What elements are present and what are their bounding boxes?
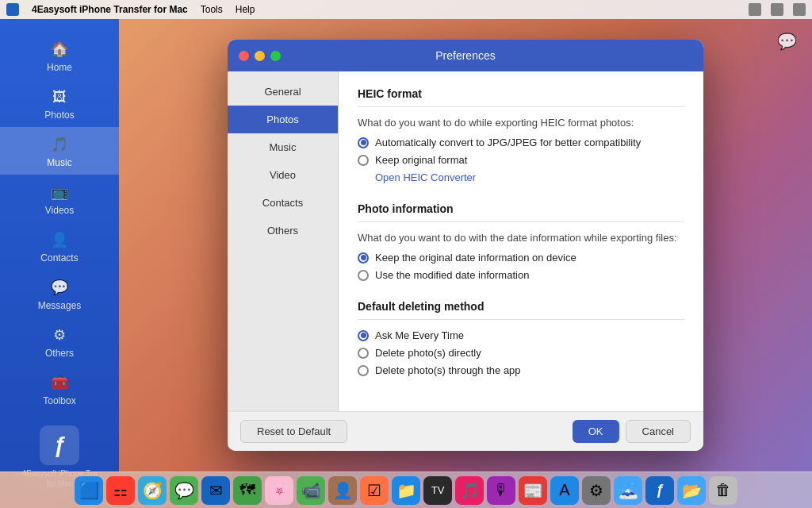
dock-maps[interactable]: 🗺: [233, 476, 262, 505]
photo-info-radio-modified-label: Use the modified date information: [375, 269, 529, 281]
minimize-button[interactable]: [255, 51, 265, 61]
delete-radio-directly[interactable]: Delete photo(s) directly: [358, 347, 684, 359]
dock-appstore[interactable]: A: [550, 476, 579, 505]
dock-messages[interactable]: 💬: [170, 476, 198, 505]
dock-facetime[interactable]: 📹: [297, 476, 325, 505]
sidebar-label-toolbox: Toolbox: [43, 395, 75, 406]
dock-launchpad[interactable]: ⚏: [106, 476, 135, 505]
sidebar-item-music[interactable]: 🎵 Music: [0, 127, 119, 175]
sidebar-item-others[interactable]: ⚙ Others: [0, 318, 119, 365]
menu-bar-title: 4Easysoft iPhone Transfer for Mac: [32, 4, 188, 15]
sidebar-item-photos[interactable]: 🖼 Photos: [0, 79, 119, 127]
photo-info-radio-modified-circle[interactable]: [358, 270, 369, 281]
menu-tools[interactable]: Tools: [201, 4, 223, 15]
pref-content: HEIC format What do you want to do while…: [339, 71, 703, 411]
pref-tab-music[interactable]: Music: [228, 133, 338, 161]
photo-info-radio-keep[interactable]: Keep the original date information on de…: [358, 252, 684, 264]
delete-radio-ask[interactable]: Ask Me Every Time: [358, 329, 684, 341]
menu-bar: 4Easysoft iPhone Transfer for Mac Tools …: [0, 0, 812, 19]
messages-icon: 💬: [50, 278, 69, 297]
heic-radio-auto-circle[interactable]: [358, 137, 369, 148]
open-heic-converter-link[interactable]: Open HEIC Converter: [375, 171, 684, 183]
delete-radio-through-app[interactable]: Delete photo(s) through the app: [358, 364, 684, 376]
ok-button[interactable]: OK: [573, 420, 619, 443]
others-icon: ⚙: [50, 325, 69, 344]
maximize-button[interactable]: [270, 51, 281, 61]
home-icon: 🏠: [50, 40, 69, 59]
dock-photos[interactable]: 🌸: [265, 476, 293, 505]
dock-music[interactable]: 🎵: [455, 476, 484, 505]
dock-contacts[interactable]: 👤: [328, 476, 357, 505]
close-button[interactable]: [239, 51, 249, 61]
modal-titlebar: Preferences: [228, 40, 703, 71]
dock-folder[interactable]: 📂: [677, 476, 706, 505]
dock-settings[interactable]: ⚙: [582, 476, 611, 505]
preferences-modal: Preferences General Photos Music Video C…: [228, 40, 703, 451]
dock-news[interactable]: 📰: [519, 476, 547, 505]
modal-overlay: Preferences General Photos Music Video C…: [119, 19, 812, 471]
delete-divider: [358, 319, 684, 320]
modal-footer: Reset to Default OK Cancel: [228, 411, 703, 451]
menu-bar-right: [749, 3, 806, 16]
dock-trash[interactable]: 🗑: [709, 476, 737, 505]
sidebar-item-contacts[interactable]: 👤 Contacts: [0, 222, 119, 270]
dock-mail[interactable]: ✉: [201, 476, 230, 505]
delete-section: Default deleting method Ask Me Every Tim…: [358, 300, 684, 376]
content-area: 💬 Preferences General: [119, 19, 812, 471]
sidebar-item-videos[interactable]: 📺 Videos: [0, 175, 119, 222]
traffic-lights: [239, 51, 281, 61]
wifi-icon: [793, 3, 806, 16]
dock-finder[interactable]: 🟦: [75, 476, 103, 505]
delete-radio-directly-label: Delete photo(s) directly: [375, 347, 481, 359]
pref-tab-general[interactable]: General: [228, 78, 338, 106]
dock: 🟦 ⚏ 🧭 💬 ✉ 🗺 🌸 📹 👤 ☑ 📁 TV 🎵 🎙 📰 A ⚙ 🗻 ƒ 📂…: [0, 471, 812, 508]
pref-tab-video[interactable]: Video: [228, 161, 338, 189]
photo-info-radio-modified[interactable]: Use the modified date information: [358, 269, 684, 281]
heic-radio-auto-label: Automatically convert to JPG/JPEG for be…: [375, 137, 641, 148]
sidebar-label-music: Music: [47, 157, 71, 168]
heic-radio-original[interactable]: Keep original format: [358, 154, 684, 166]
search-icon[interactable]: [771, 3, 783, 16]
sidebar-label-messages: Messages: [38, 300, 82, 311]
sidebar-item-toolbox[interactable]: 🧰 Toolbox: [0, 365, 119, 413]
photo-info-title: Photo information: [358, 202, 684, 215]
logo-letter: ƒ: [53, 433, 66, 458]
pref-tab-contacts[interactable]: Contacts: [228, 189, 338, 217]
sidebar-label-home: Home: [47, 62, 72, 73]
dock-4easysoft[interactable]: ƒ: [645, 476, 674, 505]
pref-tab-photos[interactable]: Photos: [228, 106, 338, 133]
dock-appletv[interactable]: TV: [423, 476, 452, 505]
heic-title: HEIC format: [358, 87, 684, 100]
heic-radio-original-circle[interactable]: [358, 155, 369, 166]
sidebar-label-photos: Photos: [44, 110, 74, 121]
dock-safari[interactable]: 🧭: [138, 476, 167, 505]
photo-info-radio-keep-label: Keep the original date information on de…: [375, 252, 576, 264]
videos-icon: 📺: [50, 183, 69, 202]
dock-podcasts[interactable]: 🎙: [487, 476, 515, 505]
delete-radio-directly-circle[interactable]: [358, 348, 369, 359]
sidebar-item-home[interactable]: 🏠 Home: [0, 32, 119, 79]
modal-title: Preferences: [240, 49, 691, 62]
reset-to-default-button[interactable]: Reset to Default: [240, 420, 347, 443]
pref-tab-others[interactable]: Others: [228, 217, 338, 244]
sidebar-label-videos: Videos: [45, 205, 74, 216]
battery-icon: [749, 3, 761, 16]
contacts-icon: 👤: [50, 230, 69, 249]
app-window: 🏠 Home 🖼 Photos 🎵 Music 📺 Videos 👤 Conta…: [0, 19, 812, 471]
delete-radio-ask-circle[interactable]: [358, 330, 369, 341]
cancel-button[interactable]: Cancel: [626, 420, 691, 443]
photo-info-radio-keep-circle[interactable]: [358, 252, 369, 264]
sidebar-item-messages[interactable]: 💬 Messages: [0, 270, 119, 318]
toolbox-icon: 🧰: [50, 373, 69, 392]
dock-files[interactable]: 📁: [392, 476, 420, 505]
heic-radio-auto[interactable]: Automatically convert to JPG/JPEG for be…: [358, 137, 684, 148]
menu-help[interactable]: Help: [236, 4, 255, 15]
heic-desc: What do you want to do while exporting H…: [358, 117, 684, 129]
sidebar: 🏠 Home 🖼 Photos 🎵 Music 📺 Videos 👤 Conta…: [0, 19, 119, 471]
sidebar-logo: ƒ: [40, 425, 79, 465]
delete-radio-through-app-circle[interactable]: [358, 365, 369, 376]
dock-arcgis[interactable]: 🗻: [614, 476, 642, 505]
sidebar-label-others: Others: [45, 348, 74, 359]
dock-reminders[interactable]: ☑: [360, 476, 389, 505]
music-icon: 🎵: [50, 135, 69, 154]
